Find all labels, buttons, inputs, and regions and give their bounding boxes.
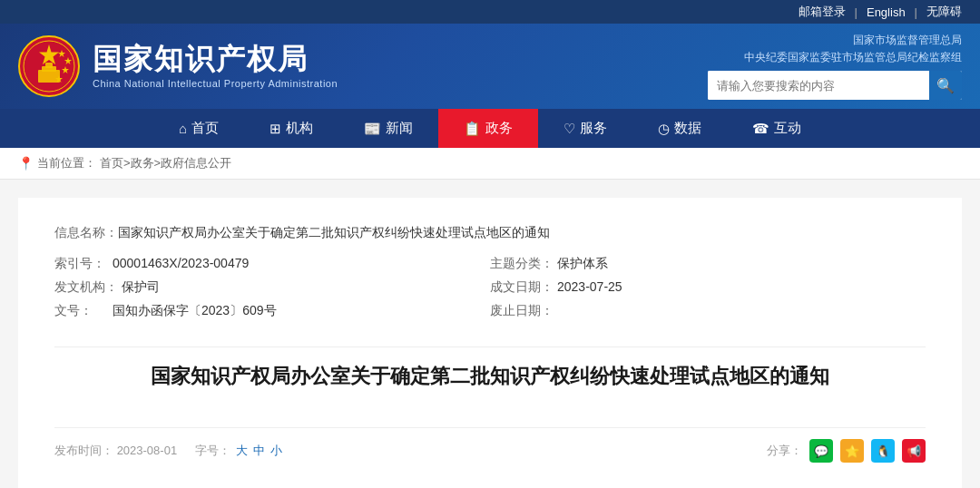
date-label: 成文日期： [490, 279, 554, 296]
font-medium-btn[interactable]: 中 [253, 443, 265, 459]
publish-label: 发布时间： 2023-08-01 [54, 443, 177, 459]
accessibility-link[interactable]: 无障碍 [926, 4, 962, 20]
breadcrumb: 📍 当前位置： 首页>政务>政府信息公开 [0, 148, 980, 180]
topic-label: 主题分类： [490, 256, 554, 272]
gov-icon: 📋 [464, 121, 481, 137]
expire-label: 废止日期： [490, 303, 554, 319]
divider [54, 346, 926, 347]
doc-label: 文号： [54, 303, 109, 319]
mailbox-link[interactable]: 邮箱登录 [799, 4, 846, 20]
ref-value: 00001463X/2023-00479 [113, 256, 249, 272]
nav-home[interactable]: ⌂ 首页 [153, 109, 244, 148]
info-row-doc: 文号： 国知办函保字〔2023〕609号 废止日期： [54, 303, 926, 319]
nav-news[interactable]: 📰 新闻 [338, 109, 438, 148]
info-cell-org: 发文机构： 保护司 [54, 279, 490, 296]
share-label: 分享： [767, 443, 802, 459]
info-cell-expire: 废止日期： [490, 303, 926, 319]
nav-gov[interactable]: 📋 政务 [438, 109, 538, 148]
ref-label: 索引号： [54, 256, 109, 272]
divider2: | [915, 5, 917, 19]
search-bar: 🔍 [708, 71, 962, 100]
font-large-btn[interactable]: 大 [236, 443, 248, 459]
font-size-controls: 字号： 大 中 小 [195, 443, 282, 459]
header: 国家知识产权局 China National Intellectual Prop… [0, 24, 980, 109]
info-title-row: 信息名称： 国家知识产权局办公室关于确定第二批知识产权纠纷快速处理试点地区的通知 [54, 225, 926, 241]
weibo-share-icon[interactable]: 📢 [902, 439, 926, 463]
info-row-ref: 索引号： 00001463X/2023-00479 主题分类： 保护体系 [54, 256, 926, 272]
favorites-share-icon[interactable]: ⭐ [840, 439, 864, 463]
logo-cn: 国家知识产权局 [93, 44, 338, 75]
info-cell-ref: 索引号： 00001463X/2023-00479 [54, 256, 490, 272]
org2-link[interactable]: 中央纪委国家监委驻市场监管总局纪检监察组 [744, 50, 962, 65]
info-cell-topic: 主题分类： 保护体系 [490, 256, 926, 272]
location-icon: 📍 [18, 156, 34, 171]
nav-interact[interactable]: ☎ 互动 [727, 109, 827, 148]
wechat-share-icon[interactable]: 💬 [809, 439, 833, 463]
qq-share-icon[interactable]: 🐧 [871, 439, 895, 463]
data-icon: ◷ [658, 121, 670, 137]
org-value: 保护司 [122, 279, 160, 296]
share-area: 分享： 💬 ⭐ 🐧 📢 [767, 439, 926, 463]
info-title-label: 信息名称： [54, 225, 118, 241]
nav-bar: ⌂ 首页 ⊞ 机构 📰 新闻 📋 政务 ♡ 服务 ◷ 数据 ☎ 互动 [0, 109, 980, 148]
top-bar: 邮箱登录 | English | 无障碍 [0, 0, 980, 24]
logo-en: China National Intellectual Property Adm… [93, 78, 338, 89]
info-cell-date: 成文日期： 2023-07-25 [490, 279, 926, 296]
info-table: 信息名称： 国家知识产权局办公室关于确定第二批知识产权纠纷快速处理试点地区的通知… [54, 225, 926, 319]
logo-area: 国家知识产权局 China National Intellectual Prop… [18, 35, 708, 97]
search-button[interactable]: 🔍 [929, 71, 962, 100]
org-links: 国家市场监督管理总局 中央纪委国家监委驻市场监管总局纪检监察组 [744, 33, 962, 65]
info-cell-doc: 文号： 国知办函保字〔2023〕609号 [54, 303, 490, 319]
nav-service[interactable]: ♡ 服务 [538, 109, 632, 148]
main-content: 信息名称： 国家知识产权局办公室关于确定第二批知识产权纠纷快速处理试点地区的通知… [18, 198, 962, 488]
topic-value: 保护体系 [557, 256, 608, 272]
breadcrumb-path[interactable]: 首页>政务>政府信息公开 [100, 155, 231, 171]
service-icon: ♡ [564, 121, 575, 137]
info-row-org: 发文机构： 保护司 成文日期： 2023-07-25 [54, 279, 926, 296]
home-icon: ⌂ [179, 121, 187, 136]
date-value: 2023-07-25 [557, 279, 622, 296]
header-right: 国家市场监督管理总局 中央纪委国家监委驻市场监管总局纪检监察组 🔍 [708, 33, 962, 100]
article-title: 国家知识产权局办公室关于确定第二批知识产权纠纷快速处理试点地区的通知 [54, 361, 926, 409]
doc-value: 国知办函保字〔2023〕609号 [113, 303, 277, 319]
search-input[interactable] [708, 71, 929, 100]
font-label: 字号： [195, 443, 230, 459]
english-link[interactable]: English [867, 5, 906, 19]
logo-emblem [18, 35, 80, 97]
org1-link[interactable]: 国家市场监督管理总局 [853, 33, 962, 48]
org-label: 发文机构： [54, 279, 118, 296]
article-meta: 发布时间： 2023-08-01 字号： 大 中 小 分享： 💬 ⭐ 🐧 📢 [54, 427, 926, 463]
nav-data[interactable]: ◷ 数据 [632, 109, 727, 148]
nav-org[interactable]: ⊞ 机构 [244, 109, 338, 148]
logo-text-block: 国家知识产权局 China National Intellectual Prop… [93, 44, 338, 88]
breadcrumb-prefix: 当前位置： [37, 155, 96, 171]
publish-date: 2023-08-01 [117, 444, 178, 457]
interact-icon: ☎ [752, 121, 769, 137]
font-small-btn[interactable]: 小 [270, 443, 282, 459]
svg-rect-9 [45, 63, 53, 68]
divider1: | [855, 5, 858, 19]
info-title-value: 国家知识产权局办公室关于确定第二批知识产权纠纷快速处理试点地区的通知 [118, 225, 550, 241]
org-icon: ⊞ [270, 121, 281, 137]
news-icon: 📰 [364, 121, 381, 137]
svg-rect-7 [38, 70, 60, 83]
